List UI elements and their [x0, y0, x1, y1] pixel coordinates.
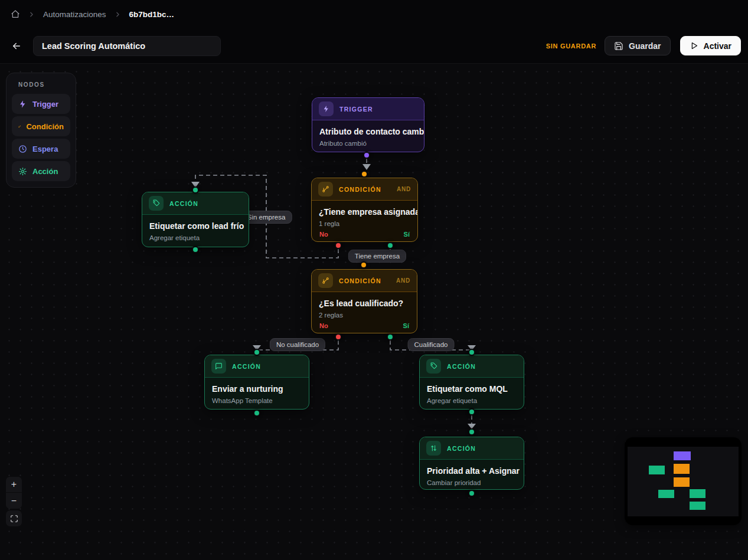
- handle-mql-in[interactable]: [468, 349, 475, 356]
- node-condition-tiene-empresa[interactable]: CONDICIÓN AND ¿Tiene empresa asignada? 1…: [311, 178, 418, 242]
- activate-button[interactable]: Activar: [680, 36, 741, 55]
- handle-trigger-out[interactable]: [363, 152, 370, 159]
- git-branch-icon: [318, 182, 333, 197]
- chevron-right-icon: [28, 11, 35, 18]
- node-trigger-atributo[interactable]: TRIGGER Atributo de contacto cambió Atri…: [312, 97, 424, 152]
- node-subtitle: Cambiar prioridad: [427, 479, 517, 486]
- git-branch-icon: [18, 122, 21, 131]
- lightning-icon: [319, 101, 334, 116]
- handle-condition2-si[interactable]: [387, 333, 394, 340]
- toolbar: SIN GUARDAR Guardar Activar: [0, 28, 748, 64]
- breadcrumb: Automatizaciones 6b7bd1bc…: [0, 0, 748, 28]
- palette-item-label: Trigger: [32, 100, 58, 109]
- breadcrumb-link-automatizaciones[interactable]: Automatizaciones: [43, 10, 106, 19]
- save-icon: [614, 41, 623, 51]
- minimap-node: [658, 490, 674, 498]
- outcome-no-label: No: [319, 231, 328, 238]
- node-subtitle: Agregar etiqueta: [427, 397, 517, 404]
- minimap-node: [690, 489, 705, 498]
- node-header: CONDICIÓN AND: [312, 270, 417, 292]
- play-icon: [690, 41, 698, 50]
- node-body: Etiquetar como MQL Agregar etiqueta: [420, 378, 524, 410]
- workflow-canvas[interactable]: Sin empresa Tiene empresa No cualificado…: [0, 64, 748, 560]
- workflow-title-input[interactable]: [33, 36, 221, 56]
- node-action-prioridad[interactable]: ACCIÓN Prioridad alta + Asignar Cambiar …: [419, 437, 524, 490]
- palette-item-trigger[interactable]: Trigger: [12, 94, 70, 114]
- node-header: ACCIÓN: [420, 355, 524, 378]
- node-action-mql[interactable]: ACCIÓN Etiquetar como MQL Agregar etique…: [419, 355, 524, 410]
- edge-label-no-cualificado: No cualificado: [270, 338, 325, 351]
- handle-lead-frio-in[interactable]: [192, 186, 199, 194]
- breadcrumb-current-id: 6b7bd1bc…: [129, 10, 175, 19]
- tag-icon: [149, 196, 164, 211]
- handle-lead-frio-out[interactable]: [192, 246, 199, 253]
- arrows-up-down-icon: [426, 441, 441, 456]
- fit-view-icon: [10, 515, 18, 523]
- node-body: ¿Es lead cualificado? 2 reglas: [312, 292, 417, 319]
- node-type-label: TRIGGER: [339, 106, 373, 113]
- clock-icon: [18, 145, 27, 153]
- handle-mql-out[interactable]: [468, 408, 475, 415]
- edge-label-tiene-empresa: Tiene empresa: [348, 250, 406, 263]
- arrow-left-icon: [11, 41, 22, 51]
- handle-condition1-si[interactable]: [387, 242, 394, 249]
- handle-condition1-in[interactable]: [361, 171, 368, 178]
- node-title: Prioridad alta + Asignar: [427, 466, 517, 476]
- outcome-si-label: Sí: [403, 322, 409, 329]
- minimap-viewport: [628, 447, 739, 516]
- handle-nurturing-out[interactable]: [253, 410, 260, 417]
- chevron-right-icon: [114, 11, 122, 18]
- save-button[interactable]: Guardar: [605, 36, 670, 55]
- handle-nurturing-in[interactable]: [253, 349, 260, 356]
- minimap[interactable]: [625, 437, 742, 525]
- palette-item-espera[interactable]: Espera: [12, 139, 70, 159]
- gear-icon: [18, 167, 27, 176]
- zoom-group: + −: [6, 477, 22, 509]
- node-condition-lead-cualificado[interactable]: CONDICIÓN AND ¿Es lead cualificado? 2 re…: [311, 269, 417, 333]
- node-subtitle: Agregar etiqueta: [149, 234, 241, 241]
- handle-condition1-no[interactable]: [335, 242, 342, 249]
- node-title: Enviar a nurturing: [212, 384, 302, 394]
- node-subtitle: Atributo cambió: [319, 140, 417, 147]
- node-title: Etiquetar como lead frío: [149, 221, 241, 231]
- node-type-label: CONDICIÓN: [339, 277, 381, 284]
- operator-badge: AND: [396, 277, 410, 284]
- handle-prioridad-out[interactable]: [468, 490, 475, 497]
- palette-item-condicion[interactable]: Condición: [12, 116, 70, 136]
- minimap-node: [674, 464, 690, 474]
- unsaved-status-badge: SIN GUARDAR: [546, 42, 596, 50]
- minimap-node: [649, 466, 665, 474]
- node-body: Prioridad alta + Asignar Cambiar priorid…: [420, 460, 524, 490]
- edge-label-cualificado: Cualificado: [408, 338, 455, 351]
- zoom-in-button[interactable]: +: [6, 477, 22, 493]
- home-icon[interactable]: [11, 9, 20, 19]
- git-branch-icon: [318, 273, 333, 288]
- condition-outcomes: No Sí: [312, 319, 417, 333]
- node-header: TRIGGER: [312, 98, 424, 120]
- node-subtitle: WhatsApp Template: [212, 397, 302, 404]
- node-body: Enviar a nurturing WhatsApp Template: [205, 378, 309, 410]
- palette-item-accion[interactable]: Acción: [12, 161, 70, 181]
- fit-view-button[interactable]: [6, 510, 22, 526]
- node-action-lead-frio[interactable]: ACCIÓN Etiquetar como lead frío Agregar …: [142, 192, 249, 247]
- zoom-controls: + −: [6, 477, 22, 526]
- back-button[interactable]: [6, 35, 27, 57]
- node-subtitle: 1 regla: [319, 220, 410, 227]
- node-type-label: CONDICIÓN: [339, 186, 381, 193]
- toolbar-actions: SIN GUARDAR Guardar Activar: [546, 36, 741, 55]
- node-action-nurturing[interactable]: ACCIÓN Enviar a nurturing WhatsApp Templ…: [204, 355, 309, 410]
- save-button-label: Guardar: [629, 41, 661, 51]
- node-body: ¿Tiene empresa asignada? 1 regla: [312, 201, 417, 227]
- handle-condition2-no[interactable]: [335, 333, 342, 340]
- handle-prioridad-in[interactable]: [468, 428, 475, 435]
- handle-condition2-in[interactable]: [360, 261, 367, 268]
- edge-arrowhead: [362, 164, 371, 170]
- message-icon: [211, 359, 226, 374]
- node-body: Atributo de contacto cambió Atributo cam…: [312, 120, 424, 152]
- zoom-out-button[interactable]: −: [6, 493, 22, 509]
- lightning-icon: [18, 100, 27, 109]
- node-header: CONDICIÓN AND: [312, 178, 417, 201]
- minimap-node: [690, 502, 705, 510]
- condition-outcomes: No Sí: [312, 227, 417, 242]
- node-type-label: ACCIÓN: [169, 200, 198, 207]
